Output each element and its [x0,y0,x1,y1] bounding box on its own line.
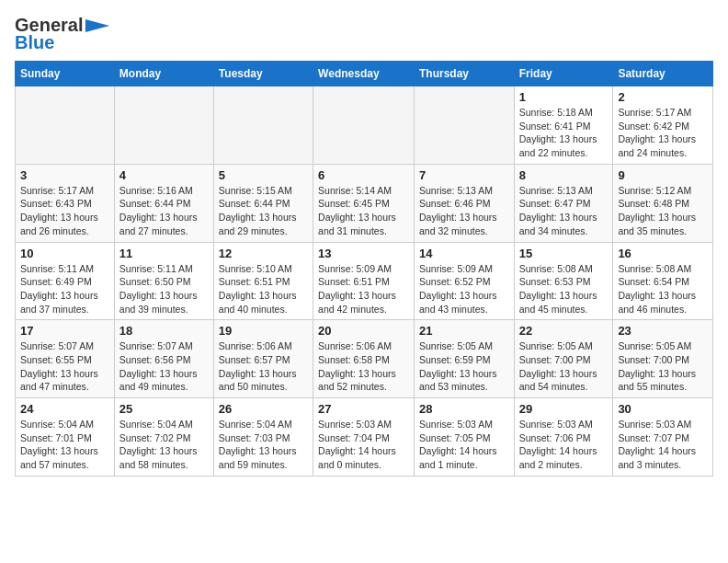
calendar-cell: 10Sunrise: 5:11 AM Sunset: 6:49 PM Dayli… [16,242,115,320]
calendar-cell: 16Sunrise: 5:08 AM Sunset: 6:54 PM Dayli… [613,242,713,320]
day-info: Sunrise: 5:07 AM Sunset: 6:55 PM Dayligh… [20,339,109,394]
day-number: 3 [20,168,109,182]
logo-blue-text: Blue [15,32,54,53]
calendar-cell: 24Sunrise: 5:04 AM Sunset: 7:01 PM Dayli… [16,398,115,477]
calendar-cell: 11Sunrise: 5:11 AM Sunset: 6:50 PM Dayli… [114,242,213,320]
calendar-cell: 12Sunrise: 5:10 AM Sunset: 6:51 PM Dayli… [213,242,313,320]
day-number: 11 [119,247,209,260]
day-number: 25 [119,402,209,416]
day-number: 27 [318,402,409,416]
day-info: Sunrise: 5:08 AM Sunset: 6:53 PM Dayligh… [519,262,609,316]
calendar-cell: 15Sunrise: 5:08 AM Sunset: 6:53 PM Dayli… [514,242,613,320]
calendar-cell: 19Sunrise: 5:06 AM Sunset: 6:57 PM Dayli… [213,320,313,398]
weekday-header: Tuesday [213,62,313,86]
day-info: Sunrise: 5:14 AM Sunset: 6:45 PM Dayligh… [318,184,409,238]
day-number: 12 [219,247,308,260]
day-info: Sunrise: 5:11 AM Sunset: 6:49 PM Dayligh… [20,262,109,316]
day-info: Sunrise: 5:06 AM Sunset: 6:58 PM Dayligh… [318,339,409,394]
day-info: Sunrise: 5:15 AM Sunset: 6:44 PM Dayligh… [219,184,308,238]
day-number: 24 [20,402,109,416]
day-number: 14 [419,247,509,260]
day-number: 15 [519,247,609,260]
day-info: Sunrise: 5:17 AM Sunset: 6:43 PM Dayligh… [20,184,109,238]
day-info: Sunrise: 5:06 AM Sunset: 6:57 PM Dayligh… [219,339,308,394]
day-number: 18 [119,324,209,338]
day-number: 16 [618,247,708,260]
day-info: Sunrise: 5:04 AM Sunset: 7:01 PM Dayligh… [20,418,109,472]
calendar-cell: 13Sunrise: 5:09 AM Sunset: 6:51 PM Dayli… [313,242,415,320]
calendar-cell: 21Sunrise: 5:05 AM Sunset: 6:59 PM Dayli… [414,320,514,398]
day-info: Sunrise: 5:10 AM Sunset: 6:51 PM Dayligh… [219,262,308,316]
calendar-cell: 2Sunrise: 5:17 AM Sunset: 6:42 PM Daylig… [613,86,713,165]
svg-marker-0 [85,19,109,32]
calendar-cell: 9Sunrise: 5:12 AM Sunset: 6:48 PM Daylig… [613,164,713,242]
day-number: 4 [119,168,209,182]
logo-icon [85,19,110,32]
day-info: Sunrise: 5:03 AM Sunset: 7:06 PM Dayligh… [519,418,609,472]
calendar-week-row: 1Sunrise: 5:18 AM Sunset: 6:41 PM Daylig… [16,86,713,165]
day-info: Sunrise: 5:18 AM Sunset: 6:41 PM Dayligh… [519,106,609,160]
day-number: 1 [519,90,609,104]
logo: General Blue [15,15,110,53]
day-number: 7 [419,168,509,182]
weekday-header: Friday [514,62,613,86]
day-info: Sunrise: 5:05 AM Sunset: 7:00 PM Dayligh… [618,339,708,394]
day-info: Sunrise: 5:03 AM Sunset: 7:04 PM Dayligh… [318,418,409,472]
calendar-cell [114,86,213,165]
calendar-cell: 26Sunrise: 5:04 AM Sunset: 7:03 PM Dayli… [213,398,313,477]
calendar-cell: 27Sunrise: 5:03 AM Sunset: 7:04 PM Dayli… [313,398,415,477]
header: General Blue [15,15,713,53]
calendar-cell: 25Sunrise: 5:04 AM Sunset: 7:02 PM Dayli… [114,398,213,477]
day-number: 9 [618,168,708,182]
day-number: 19 [219,324,308,338]
weekday-header: Saturday [613,62,713,86]
day-number: 29 [519,402,609,416]
calendar-cell: 5Sunrise: 5:15 AM Sunset: 6:44 PM Daylig… [213,164,313,242]
calendar-cell: 20Sunrise: 5:06 AM Sunset: 6:58 PM Dayli… [313,320,415,398]
day-number: 22 [519,324,609,338]
day-number: 13 [318,247,409,260]
day-number: 8 [519,168,609,182]
day-info: Sunrise: 5:16 AM Sunset: 6:44 PM Dayligh… [119,184,209,238]
day-info: Sunrise: 5:12 AM Sunset: 6:48 PM Dayligh… [618,184,708,238]
weekday-header: Sunday [16,62,115,86]
calendar-week-row: 3Sunrise: 5:17 AM Sunset: 6:43 PM Daylig… [16,164,713,242]
day-info: Sunrise: 5:05 AM Sunset: 7:00 PM Dayligh… [519,339,609,394]
calendar-cell [213,86,313,165]
day-number: 6 [318,168,409,182]
day-info: Sunrise: 5:05 AM Sunset: 6:59 PM Dayligh… [419,339,509,394]
day-number: 30 [618,402,708,416]
calendar-week-row: 24Sunrise: 5:04 AM Sunset: 7:01 PM Dayli… [16,398,713,477]
calendar-cell: 14Sunrise: 5:09 AM Sunset: 6:52 PM Dayli… [414,242,514,320]
day-info: Sunrise: 5:04 AM Sunset: 7:02 PM Dayligh… [119,418,209,472]
weekday-header: Monday [114,62,213,86]
weekday-header: Thursday [414,62,514,86]
calendar-cell: 29Sunrise: 5:03 AM Sunset: 7:06 PM Dayli… [514,398,613,477]
calendar-cell: 22Sunrise: 5:05 AM Sunset: 7:00 PM Dayli… [514,320,613,398]
weekday-header: Wednesday [313,62,415,86]
day-number: 20 [318,324,409,338]
calendar-cell [16,86,115,165]
calendar-cell: 3Sunrise: 5:17 AM Sunset: 6:43 PM Daylig… [16,164,115,242]
calendar-cell: 18Sunrise: 5:07 AM Sunset: 6:56 PM Dayli… [114,320,213,398]
day-info: Sunrise: 5:08 AM Sunset: 6:54 PM Dayligh… [618,262,708,316]
calendar-week-row: 10Sunrise: 5:11 AM Sunset: 6:49 PM Dayli… [16,242,713,320]
calendar-table: SundayMondayTuesdayWednesdayThursdayFrid… [15,61,713,477]
calendar-cell: 8Sunrise: 5:13 AM Sunset: 6:47 PM Daylig… [514,164,613,242]
day-number: 23 [618,324,708,338]
day-number: 2 [618,90,708,104]
calendar-week-row: 17Sunrise: 5:07 AM Sunset: 6:55 PM Dayli… [16,320,713,398]
calendar-cell: 28Sunrise: 5:03 AM Sunset: 7:05 PM Dayli… [414,398,514,477]
day-info: Sunrise: 5:09 AM Sunset: 6:52 PM Dayligh… [419,262,509,316]
day-info: Sunrise: 5:03 AM Sunset: 7:05 PM Dayligh… [419,418,509,472]
calendar-cell [313,86,415,165]
calendar-cell: 1Sunrise: 5:18 AM Sunset: 6:41 PM Daylig… [514,86,613,165]
day-number: 17 [20,324,109,338]
day-info: Sunrise: 5:04 AM Sunset: 7:03 PM Dayligh… [219,418,308,472]
day-info: Sunrise: 5:09 AM Sunset: 6:51 PM Dayligh… [318,262,409,316]
day-number: 5 [219,168,308,182]
day-number: 26 [219,402,308,416]
calendar-cell [414,86,514,165]
day-number: 28 [419,402,509,416]
day-number: 10 [20,247,109,260]
